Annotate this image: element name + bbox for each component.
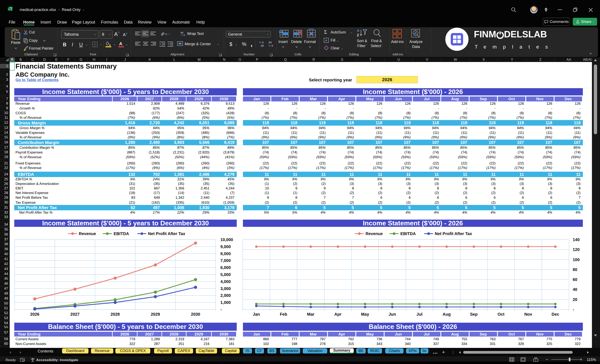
svg-text:1,000: 1,000 [220,300,231,305]
svg-text:Aug: Aug [443,312,451,317]
svg-text:2028: 2028 [111,312,120,317]
svg-text:8,000: 8,000 [220,251,231,256]
svg-text:Apr: Apr [334,312,342,317]
svg-text:6,000: 6,000 [220,265,231,270]
svg-text:Z: Z [357,33,359,37]
svg-text:140: 140 [573,237,580,242]
svg-text:2027: 2027 [70,312,80,317]
svg-text:Jul: Jul [416,312,422,317]
svg-text:80: 80 [573,267,577,272]
svg-text:60: 60 [573,277,577,282]
svg-text:7,000: 7,000 [220,258,231,263]
svg-text:10,000: 10,000 [220,237,233,242]
svg-text:40: 40 [573,287,577,292]
svg-text:120: 120 [573,247,580,252]
svg-text:Jan: Jan [253,312,260,317]
svg-text:Oct: Oct [498,312,505,317]
svg-text:A: A [357,29,359,33]
svg-text:100: 100 [573,257,580,262]
svg-text:ab: ab [180,31,183,34]
svg-text:2029: 2029 [151,312,160,317]
svg-text:2026: 2026 [30,312,39,317]
svg-text:.00: .00 [268,41,272,44]
svg-text:Nov: Nov [524,312,532,317]
svg-text:Mar: Mar [307,312,314,317]
svg-text:5,000: 5,000 [220,272,231,277]
svg-text:4,000: 4,000 [220,279,231,284]
svg-text:Dec: Dec [552,312,559,317]
svg-text:9,000: 9,000 [220,244,231,249]
svg-text:.00: .00 [260,44,264,47]
svg-text:2030: 2030 [191,312,200,317]
svg-text:.0: .0 [271,44,273,47]
svg-text:2,000: 2,000 [220,293,231,298]
svg-text:Feb: Feb [280,312,287,317]
svg-text:ab: ab [160,31,165,36]
svg-text:May: May [361,312,369,317]
svg-text:-: - [573,307,574,312]
svg-text:3,000: 3,000 [220,286,231,291]
svg-text:Sep: Sep [470,312,478,317]
svg-text:20: 20 [573,297,577,302]
svg-text:.0: .0 [261,41,264,44]
svg-text:x: x [8,8,10,10]
svg-text:-: - [220,307,222,312]
svg-text:Jun: Jun [388,312,396,317]
